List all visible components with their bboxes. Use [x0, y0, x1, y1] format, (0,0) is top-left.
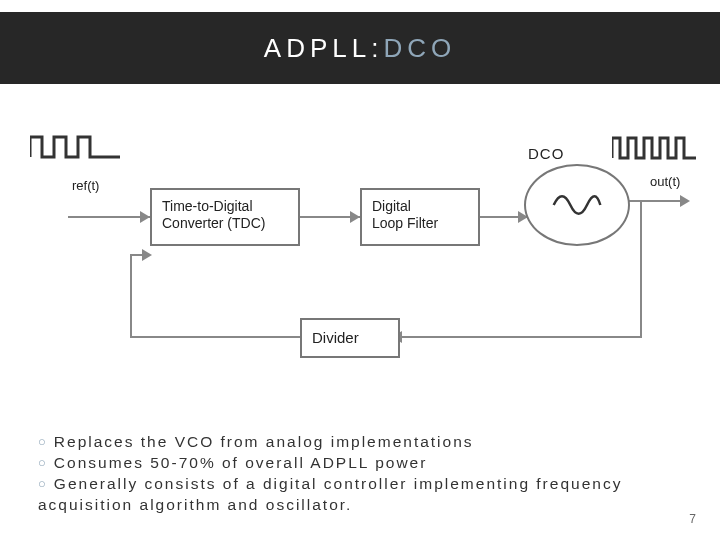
dlf-label-1: Digital [372, 198, 411, 214]
tdc-label: Time-to-Digital Converter (TDC) [162, 198, 265, 231]
arrow-icon [140, 211, 150, 223]
dco-label: DCO [528, 145, 564, 162]
wire [400, 336, 642, 338]
loop-filter-block: Digital Loop Filter [360, 188, 480, 246]
wire [628, 200, 688, 202]
bullet-item: Consumes 50-70% of overall ADPLL power [38, 453, 700, 474]
tdc-block: Time-to-Digital Converter (TDC) [150, 188, 300, 246]
wire [640, 200, 642, 338]
ref-waveform-icon [30, 132, 120, 162]
ref-signal-label: ref(t) [72, 178, 99, 193]
wire [130, 336, 302, 338]
divider-block: Divider [300, 318, 400, 358]
sine-icon [552, 190, 602, 220]
divider-label: Divider [312, 329, 359, 347]
page-number: 7 [689, 512, 696, 526]
arrow-icon [142, 249, 152, 261]
out-signal-label: out(t) [650, 174, 680, 189]
arrow-icon [350, 211, 360, 223]
title-bar: ADPLL: DCO [0, 12, 720, 84]
slide: ADPLL: DCO DCO ref(t) out(t) Time-to-Dig… [0, 0, 720, 540]
bullet-list: Replaces the VCO from analog implementat… [38, 432, 700, 516]
title-text-1: ADPLL: [264, 33, 384, 64]
title-text-2: DCO [383, 33, 456, 64]
wire [68, 216, 150, 218]
bullet-item: Generally consists of a digital controll… [38, 474, 700, 516]
dlf-label-2: Loop Filter [372, 215, 438, 231]
wire [130, 254, 132, 338]
dco-block [524, 164, 630, 246]
arrow-icon [680, 195, 690, 207]
out-waveform-icon [612, 134, 696, 162]
bullet-item: Replaces the VCO from analog implementat… [38, 432, 700, 453]
